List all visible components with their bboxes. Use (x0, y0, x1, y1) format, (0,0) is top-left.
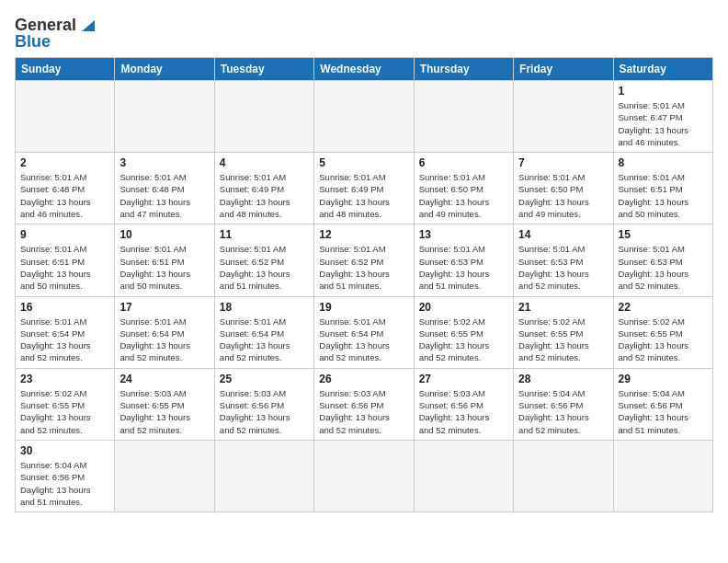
calendar-week-5: 23Sunrise: 5:02 AMSunset: 6:55 PMDayligh… (16, 368, 713, 440)
calendar-day: 19Sunrise: 5:01 AMSunset: 6:54 PMDayligh… (314, 296, 414, 368)
day-info: Sunrise: 5:01 AMSunset: 6:49 PMDaylight:… (319, 171, 408, 220)
day-number: 5 (319, 156, 408, 169)
day-info: Sunrise: 5:02 AMSunset: 6:55 PMDaylight:… (20, 387, 109, 436)
day-info: Sunrise: 5:01 AMSunset: 6:47 PMDaylight:… (619, 99, 708, 148)
calendar-week-3: 9Sunrise: 5:01 AMSunset: 6:51 PMDaylight… (16, 224, 713, 296)
calendar-day (414, 440, 513, 511)
day-number: 6 (419, 156, 508, 169)
day-number: 20 (419, 301, 508, 314)
calendar-table: SundayMondayTuesdayWednesdayThursdayFrid… (15, 57, 713, 512)
day-number: 21 (518, 301, 608, 314)
day-number: 3 (119, 156, 209, 169)
day-number: 25 (220, 373, 309, 385)
calendar-day: 17Sunrise: 5:01 AMSunset: 6:54 PMDayligh… (115, 296, 214, 368)
day-number: 2 (20, 156, 109, 169)
calendar-week-1: 1Sunrise: 5:01 AMSunset: 6:47 PMDaylight… (16, 81, 713, 153)
day-info: Sunrise: 5:04 AMSunset: 6:56 PMDaylight:… (20, 459, 109, 508)
day-number: 15 (619, 228, 708, 241)
day-info: Sunrise: 5:01 AMSunset: 6:51 PMDaylight:… (20, 243, 109, 292)
calendar-day: 9Sunrise: 5:01 AMSunset: 6:51 PMDaylight… (16, 224, 115, 296)
day-info: Sunrise: 5:01 AMSunset: 6:48 PMDaylight:… (20, 171, 109, 220)
day-number: 19 (319, 301, 408, 314)
calendar-day: 29Sunrise: 5:04 AMSunset: 6:56 PMDayligh… (613, 368, 712, 440)
calendar-day: 4Sunrise: 5:01 AMSunset: 6:49 PMDaylight… (214, 153, 313, 224)
day-number: 13 (419, 228, 508, 241)
day-number: 14 (518, 228, 608, 241)
day-info: Sunrise: 5:03 AMSunset: 6:56 PMDaylight:… (220, 387, 309, 436)
calendar-day: 10Sunrise: 5:01 AMSunset: 6:51 PMDayligh… (115, 224, 214, 296)
day-number: 22 (619, 301, 708, 314)
day-number: 9 (20, 228, 109, 241)
calendar-day: 1Sunrise: 5:01 AMSunset: 6:47 PMDaylight… (613, 81, 712, 153)
day-info: Sunrise: 5:01 AMSunset: 6:52 PMDaylight:… (220, 243, 309, 292)
calendar-day: 13Sunrise: 5:01 AMSunset: 6:53 PMDayligh… (414, 224, 513, 296)
day-info: Sunrise: 5:01 AMSunset: 6:51 PMDaylight:… (119, 243, 209, 292)
day-info: Sunrise: 5:02 AMSunset: 6:55 PMDaylight:… (518, 316, 608, 364)
day-info: Sunrise: 5:04 AMSunset: 6:56 PMDaylight:… (619, 387, 708, 436)
day-info: Sunrise: 5:01 AMSunset: 6:51 PMDaylight:… (619, 171, 708, 220)
col-header-thursday: Thursday (414, 58, 513, 81)
calendar-day: 7Sunrise: 5:01 AMSunset: 6:50 PMDaylight… (514, 153, 613, 224)
calendar-header-row: SundayMondayTuesdayWednesdayThursdayFrid… (16, 58, 713, 81)
day-info: Sunrise: 5:01 AMSunset: 6:54 PMDaylight:… (20, 316, 109, 364)
calendar-day: 23Sunrise: 5:02 AMSunset: 6:55 PMDayligh… (16, 368, 115, 440)
calendar-day: 6Sunrise: 5:01 AMSunset: 6:50 PMDaylight… (414, 153, 513, 224)
logo-general: General (15, 17, 76, 33)
day-number: 16 (20, 301, 109, 314)
day-info: Sunrise: 5:01 AMSunset: 6:53 PMDaylight:… (619, 243, 708, 292)
calendar-day (214, 440, 313, 511)
day-info: Sunrise: 5:01 AMSunset: 6:50 PMDaylight:… (419, 171, 508, 220)
svg-marker-0 (82, 20, 95, 31)
col-header-sunday: Sunday (16, 58, 115, 81)
day-number: 8 (619, 156, 708, 169)
calendar-day: 22Sunrise: 5:02 AMSunset: 6:55 PMDayligh… (613, 296, 712, 368)
calendar-day: 16Sunrise: 5:01 AMSunset: 6:54 PMDayligh… (16, 296, 115, 368)
calendar-day (514, 440, 613, 511)
day-info: Sunrise: 5:03 AMSunset: 6:56 PMDaylight:… (419, 387, 508, 436)
day-number: 4 (220, 156, 309, 169)
day-number: 30 (20, 444, 109, 457)
day-number: 12 (319, 228, 408, 241)
calendar-day: 18Sunrise: 5:01 AMSunset: 6:54 PMDayligh… (214, 296, 313, 368)
calendar-day: 3Sunrise: 5:01 AMSunset: 6:48 PMDaylight… (115, 153, 214, 224)
col-header-saturday: Saturday (613, 58, 712, 81)
day-number: 29 (619, 373, 708, 385)
day-info: Sunrise: 5:01 AMSunset: 6:52 PMDaylight:… (319, 243, 408, 292)
col-header-tuesday: Tuesday (214, 58, 313, 81)
calendar-day (214, 81, 313, 153)
logo-triangle-icon (78, 15, 98, 35)
page-header: General Blue (15, 15, 713, 50)
calendar-day (314, 440, 414, 511)
calendar-day: 12Sunrise: 5:01 AMSunset: 6:52 PMDayligh… (314, 224, 414, 296)
calendar-day: 5Sunrise: 5:01 AMSunset: 6:49 PMDaylight… (314, 153, 414, 224)
calendar-day: 20Sunrise: 5:02 AMSunset: 6:55 PMDayligh… (414, 296, 513, 368)
calendar-week-4: 16Sunrise: 5:01 AMSunset: 6:54 PMDayligh… (16, 296, 713, 368)
day-info: Sunrise: 5:03 AMSunset: 6:55 PMDaylight:… (119, 387, 209, 436)
col-header-friday: Friday (514, 58, 613, 81)
day-number: 7 (518, 156, 608, 169)
calendar-day: 8Sunrise: 5:01 AMSunset: 6:51 PMDaylight… (613, 153, 712, 224)
day-number: 11 (220, 228, 309, 241)
calendar-day: 21Sunrise: 5:02 AMSunset: 6:55 PMDayligh… (514, 296, 613, 368)
logo-blue: Blue (15, 33, 51, 50)
calendar-day: 30Sunrise: 5:04 AMSunset: 6:56 PMDayligh… (16, 440, 115, 511)
day-number: 18 (220, 301, 309, 314)
calendar-day (414, 81, 513, 153)
calendar-week-6: 30Sunrise: 5:04 AMSunset: 6:56 PMDayligh… (16, 440, 713, 511)
calendar-day (514, 81, 613, 153)
day-info: Sunrise: 5:03 AMSunset: 6:56 PMDaylight:… (319, 387, 408, 436)
calendar-day: 28Sunrise: 5:04 AMSunset: 6:56 PMDayligh… (514, 368, 613, 440)
day-number: 23 (20, 373, 109, 385)
calendar-day (314, 81, 414, 153)
day-info: Sunrise: 5:01 AMSunset: 6:54 PMDaylight:… (319, 316, 408, 364)
day-info: Sunrise: 5:02 AMSunset: 6:55 PMDaylight:… (619, 316, 708, 364)
calendar-day: 14Sunrise: 5:01 AMSunset: 6:53 PMDayligh… (514, 224, 613, 296)
day-info: Sunrise: 5:01 AMSunset: 6:50 PMDaylight:… (518, 171, 608, 220)
calendar-day: 11Sunrise: 5:01 AMSunset: 6:52 PMDayligh… (214, 224, 313, 296)
logo: General Blue (15, 15, 98, 50)
day-info: Sunrise: 5:01 AMSunset: 6:48 PMDaylight:… (119, 171, 209, 220)
calendar-week-2: 2Sunrise: 5:01 AMSunset: 6:48 PMDaylight… (16, 153, 713, 224)
day-number: 27 (419, 373, 508, 385)
day-info: Sunrise: 5:01 AMSunset: 6:54 PMDaylight:… (119, 316, 209, 364)
calendar-day (115, 440, 214, 511)
